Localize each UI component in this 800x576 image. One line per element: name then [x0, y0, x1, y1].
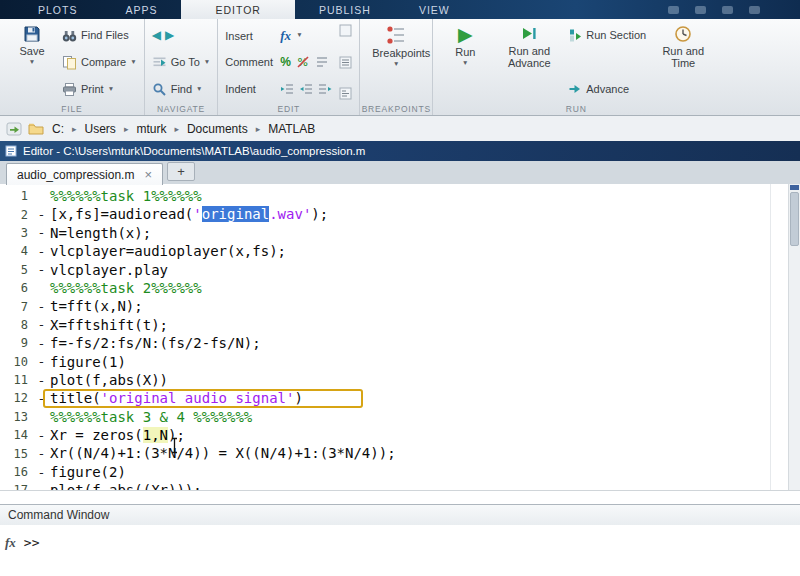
line-number[interactable]: 16 — [0, 465, 33, 479]
line-number[interactable]: 14 — [0, 428, 33, 442]
wrap-comments-icon[interactable] — [315, 56, 329, 68]
indent-button[interactable]: Indent — [225, 76, 332, 101]
compare-button[interactable]: Compare ▼ — [62, 50, 137, 74]
line-number[interactable]: 4 — [0, 244, 33, 258]
line-number[interactable]: 1 — [0, 189, 33, 203]
scrollbar-thumb[interactable] — [790, 192, 799, 246]
breadcrumb-item[interactable]: Documents — [185, 122, 250, 136]
breadcrumb-item[interactable]: C: — [50, 122, 66, 136]
run-section-button[interactable]: Run Section — [568, 23, 646, 47]
quick-access-icon[interactable] — [668, 6, 679, 14]
code-line[interactable]: 16-figure(2) — [0, 463, 800, 481]
breadcrumb-separator-icon: ▸ — [124, 124, 129, 134]
quick-access-icon[interactable] — [695, 6, 706, 14]
code-line[interactable]: 14-Xr = zeros(1,N); — [0, 426, 800, 444]
code-line[interactable]: 8-X=fftshift(t); — [0, 316, 800, 334]
code-editor[interactable]: 1%%%%%%task 1%%%%%%2-[x,fs]=audioread('o… — [0, 184, 800, 491]
line-number[interactable]: 2 — [0, 208, 33, 222]
code-line[interactable]: 13%%%%%%task 3 & 4 %%%%%%% — [0, 408, 800, 426]
tab-publish[interactable]: PUBLISH — [295, 0, 395, 19]
run-button[interactable]: ▶ Run ▼ — [440, 22, 490, 102]
advance-button[interactable]: Advance — [568, 77, 646, 101]
command-window-header[interactable]: Command Window — [0, 504, 800, 526]
tab-editor[interactable]: EDITOR — [181, 0, 294, 19]
code-line[interactable]: 10-figure(1) — [0, 353, 800, 371]
close-icon[interactable]: × — [144, 168, 152, 181]
code-line[interactable]: 9-f=-fs/2:fs/N:(fs/2-fs/N); — [0, 334, 800, 352]
function-browser-icon[interactable]: fx — [5, 535, 16, 551]
insert-button[interactable]: Insert fx ▼ — [225, 23, 332, 48]
line-number[interactable]: 12 — [0, 391, 33, 405]
insert-fx-icon[interactable]: fx — [280, 29, 291, 42]
find-files-button[interactable]: Find Files — [62, 23, 137, 47]
code-token: %%%%%%task 3 & 4 %%%%%%% — [50, 409, 252, 425]
edit-extra-icon[interactable] — [339, 56, 352, 69]
save-button[interactable]: Save ▼ — [7, 22, 57, 102]
uncomment-icon[interactable]: % — [296, 55, 310, 69]
editor-tab-audio-compression[interactable]: audio_compression.m × — [6, 163, 163, 185]
run-and-time-label: Run and Time — [659, 45, 707, 69]
command-prompt[interactable]: >> — [24, 535, 40, 550]
vertical-scrollbar[interactable] — [788, 184, 800, 490]
code-text: %%%%%%task 3 & 4 %%%%%%% — [50, 408, 252, 426]
run-label: Run — [455, 46, 475, 58]
code-line[interactable]: 1%%%%%%task 1%%%%%% — [0, 187, 800, 205]
code-line[interactable]: 4-vlcplayer=audioplayer(x,fs); — [0, 242, 800, 260]
tab-view[interactable]: VIEW — [395, 0, 474, 19]
run-and-time-button[interactable]: Run and Time — [654, 22, 712, 102]
quick-access-icon[interactable] — [749, 6, 760, 14]
exec-dash: - — [33, 207, 50, 222]
line-number[interactable]: 13 — [0, 410, 33, 424]
line-number[interactable]: 9 — [0, 336, 33, 350]
breadcrumb-item[interactable]: Users — [83, 122, 118, 136]
tab-apps[interactable]: APPS — [101, 0, 181, 19]
line-number[interactable]: 15 — [0, 447, 33, 461]
indent-right-icon[interactable] — [318, 83, 332, 95]
code-line[interactable]: 11-plot(f,abs(X)) — [0, 371, 800, 389]
line-number[interactable]: 7 — [0, 300, 33, 314]
line-number[interactable]: 10 — [0, 355, 33, 369]
command-window[interactable]: fx >> — [0, 525, 800, 576]
code-text: f=-fs/2:fs/N:(fs/2-fs/N); — [50, 334, 261, 352]
run-section-icon — [568, 28, 582, 43]
code-line[interactable]: 5-vlcplayer.play — [0, 261, 800, 279]
code-line[interactable]: 7-t=fft(x,N); — [0, 297, 800, 315]
go-to-icon — [152, 55, 167, 70]
code-line[interactable]: 3-N=length(x); — [0, 224, 800, 242]
print-button[interactable]: Print ▼ — [62, 77, 137, 101]
smart-indent-icon[interactable] — [280, 83, 294, 95]
line-number[interactable]: 8 — [0, 318, 33, 332]
exec-dash: - — [33, 483, 50, 491]
breadcrumb-item[interactable]: mturk — [134, 122, 168, 136]
code-line[interactable]: 2-[x,fs]=audioread('original.wav'); — [0, 205, 800, 223]
indent-left-icon[interactable] — [299, 83, 313, 95]
comment-button[interactable]: Comment % % — [225, 50, 332, 75]
line-number[interactable]: 11 — [0, 373, 33, 387]
code-line[interactable]: 6%%%%%%task 2%%%%%% — [0, 279, 800, 297]
go-to-button[interactable]: Go To ▼ — [152, 50, 211, 74]
new-tab-button[interactable]: + — [167, 162, 195, 181]
comment-percent-icon[interactable]: % — [280, 56, 291, 68]
document-icon — [5, 145, 17, 157]
code-line[interactable]: 15-Xr((N/4)+1:(3*N/4)) = X((N/4)+1:(3*N/… — [0, 444, 800, 462]
line-number[interactable]: 3 — [0, 226, 33, 240]
back-button[interactable]: ◀ — [152, 29, 161, 41]
code-line[interactable]: 12-title('original audio signal') — [0, 389, 800, 407]
code-line[interactable]: 17-plot(f,abs((Xr))); — [0, 481, 800, 491]
quick-access-icon[interactable] — [722, 6, 733, 14]
browse-folder-icon[interactable] — [6, 122, 22, 136]
tab-plots[interactable]: PLOTS — [14, 0, 101, 19]
breadcrumb-item[interactable]: MATLAB — [266, 122, 317, 136]
line-number[interactable]: 17 — [0, 483, 33, 491]
editor-tab-label: audio_compression.m — [17, 168, 134, 182]
line-number[interactable]: 5 — [0, 263, 33, 277]
line-number[interactable]: 6 — [0, 281, 33, 295]
edit-extra-icon[interactable] — [339, 87, 352, 100]
edit-extra-icon[interactable] — [339, 24, 352, 37]
run-and-advance-button[interactable]: Run and Advance — [498, 22, 560, 102]
breakpoints-icon — [386, 25, 406, 45]
code-text: plot(f,abs((Xr))); — [50, 481, 202, 491]
find-button[interactable]: Find ▼ — [152, 77, 211, 101]
breakpoints-button[interactable]: Breakpoints ▼ — [367, 22, 425, 71]
forward-button[interactable]: ▶ — [165, 29, 174, 41]
